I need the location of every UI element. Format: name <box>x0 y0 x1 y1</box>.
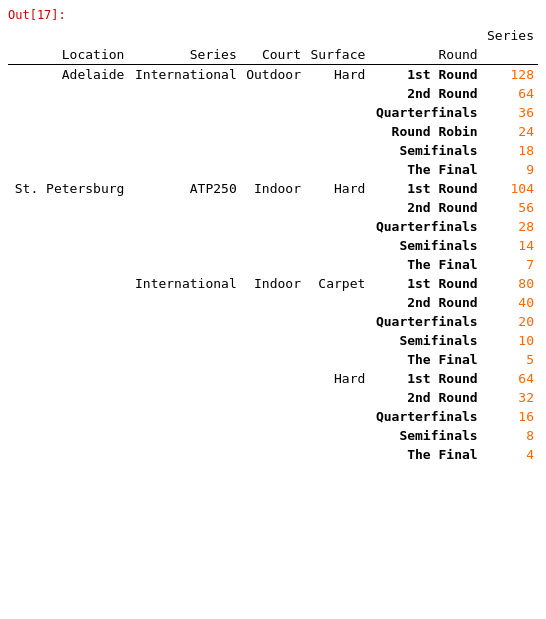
table-row: 2nd Round56 <box>8 198 538 217</box>
cell-series: ATP250 <box>128 179 240 198</box>
cell-surface <box>305 160 369 179</box>
cell-location <box>8 198 128 217</box>
cell-series <box>128 445 240 464</box>
cell-series <box>128 255 240 274</box>
cell-location <box>8 236 128 255</box>
cell-series <box>128 160 240 179</box>
cell-location: St. Petersburg <box>8 179 128 198</box>
cell-court <box>241 293 305 312</box>
cell-series <box>128 141 240 160</box>
cell-court <box>241 236 305 255</box>
cell-location <box>8 350 128 369</box>
cell-round: 1st Round <box>369 65 481 85</box>
cell-location <box>8 103 128 122</box>
cell-series <box>128 350 240 369</box>
cell-value: 4 <box>482 445 538 464</box>
cell-series <box>128 236 240 255</box>
cell-series: International <box>128 65 240 85</box>
cell-surface <box>305 350 369 369</box>
data-table: Series Location Series Court Surface Rou… <box>8 26 538 464</box>
cell-surface <box>305 84 369 103</box>
cell-value: 14 <box>482 236 538 255</box>
cell-value: 64 <box>482 84 538 103</box>
cell-round: 1st Round <box>369 369 481 388</box>
cell-location <box>8 312 128 331</box>
cell-court <box>241 255 305 274</box>
cell-surface <box>305 312 369 331</box>
cell-series <box>128 217 240 236</box>
cell-round: Semifinals <box>369 426 481 445</box>
cell-court <box>241 103 305 122</box>
cell-surface <box>305 255 369 274</box>
cell-location <box>8 445 128 464</box>
cell-series <box>128 312 240 331</box>
cell-court <box>241 141 305 160</box>
cell-court <box>241 122 305 141</box>
cell-series <box>128 84 240 103</box>
cell-value: 7 <box>482 255 538 274</box>
cell-surface <box>305 426 369 445</box>
cell-value: 128 <box>482 65 538 85</box>
cell-surface <box>305 198 369 217</box>
cell-value: 56 <box>482 198 538 217</box>
table-row: The Final9 <box>8 160 538 179</box>
cell-round: The Final <box>369 255 481 274</box>
table-row: Quarterfinals28 <box>8 217 538 236</box>
cell-surface <box>305 388 369 407</box>
cell-value: 24 <box>482 122 538 141</box>
table-row: Semifinals10 <box>8 331 538 350</box>
col-header-series: Series <box>128 45 240 65</box>
cell-series <box>128 103 240 122</box>
cell-round: Quarterfinals <box>369 407 481 426</box>
cell-series <box>128 407 240 426</box>
cell-round: 1st Round <box>369 179 481 198</box>
cell-surface <box>305 141 369 160</box>
cell-surface <box>305 331 369 350</box>
cell-location <box>8 293 128 312</box>
cell-court <box>241 160 305 179</box>
col-header-surface: Surface <box>305 45 369 65</box>
cell-surface <box>305 236 369 255</box>
cell-value: 8 <box>482 426 538 445</box>
cell-series <box>128 198 240 217</box>
cell-location <box>8 217 128 236</box>
cell-court <box>241 350 305 369</box>
cell-value: 9 <box>482 160 538 179</box>
cell-round: Quarterfinals <box>369 312 481 331</box>
table-row: 2nd Round32 <box>8 388 538 407</box>
table-row: The Final7 <box>8 255 538 274</box>
empty-header <box>8 26 482 45</box>
cell-court: Outdoor <box>241 65 305 85</box>
cell-location <box>8 84 128 103</box>
cell-series: International <box>128 274 240 293</box>
cell-round: 2nd Round <box>369 388 481 407</box>
cell-surface <box>305 103 369 122</box>
cell-surface <box>305 217 369 236</box>
table-row: Round Robin24 <box>8 122 538 141</box>
cell-court <box>241 407 305 426</box>
data-table-wrapper: Series Location Series Court Surface Rou… <box>8 26 538 464</box>
cell-court <box>241 217 305 236</box>
col-header-location: Location <box>8 45 128 65</box>
cell-round: 1st Round <box>369 274 481 293</box>
output-label: Out[17]: <box>8 8 538 22</box>
cell-surface <box>305 407 369 426</box>
cell-location: Adelaide <box>8 65 128 85</box>
cell-surface: Carpet <box>305 274 369 293</box>
cell-location <box>8 160 128 179</box>
cell-round: Quarterfinals <box>369 103 481 122</box>
cell-location <box>8 141 128 160</box>
table-row: St. PetersburgATP250IndoorHard1st Round1… <box>8 179 538 198</box>
table-row: 2nd Round40 <box>8 293 538 312</box>
cell-round: 2nd Round <box>369 198 481 217</box>
cell-value: 40 <box>482 293 538 312</box>
cell-location <box>8 331 128 350</box>
series-top-header: Series <box>482 26 538 45</box>
cell-court <box>241 369 305 388</box>
table-row: Semifinals8 <box>8 426 538 445</box>
table-row: Semifinals14 <box>8 236 538 255</box>
table-row: The Final5 <box>8 350 538 369</box>
cell-series <box>128 293 240 312</box>
cell-value: 104 <box>482 179 538 198</box>
table-row: AdelaideInternationalOutdoorHard1st Roun… <box>8 65 538 85</box>
